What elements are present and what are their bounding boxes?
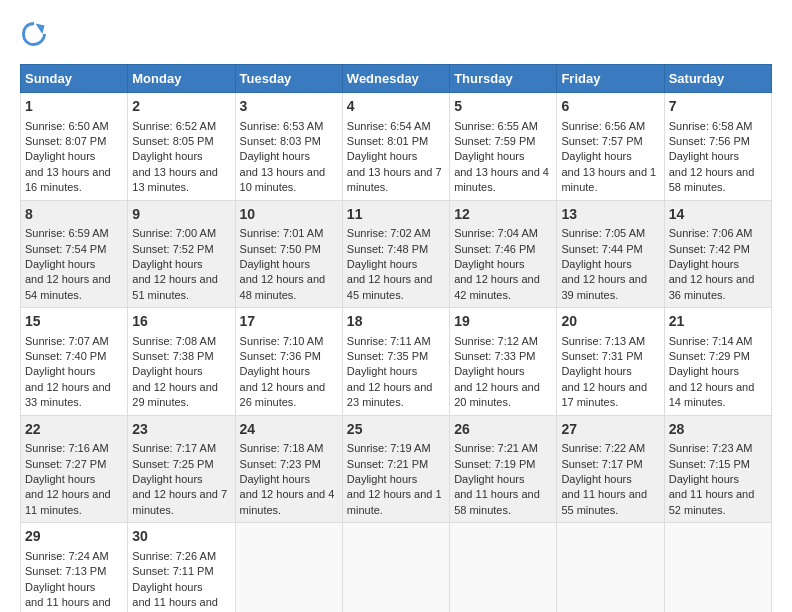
cell-text: Sunrise: 7:04 AMSunset: 7:46 PMDaylight … — [454, 227, 540, 301]
calendar-cell: 8Sunrise: 6:59 AMSunset: 7:54 PMDaylight… — [21, 200, 128, 308]
day-number: 15 — [25, 312, 123, 332]
calendar-cell: 30Sunrise: 7:26 AMSunset: 7:11 PMDayligh… — [128, 523, 235, 612]
day-number: 24 — [240, 420, 338, 440]
cell-text: Sunrise: 7:18 AMSunset: 7:23 PMDaylight … — [240, 442, 335, 516]
calendar-cell — [557, 523, 664, 612]
day-number: 18 — [347, 312, 445, 332]
col-sunday: Sunday — [21, 65, 128, 93]
calendar-cell: 21Sunrise: 7:14 AMSunset: 7:29 PMDayligh… — [664, 308, 771, 416]
col-wednesday: Wednesday — [342, 65, 449, 93]
calendar-cell: 17Sunrise: 7:10 AMSunset: 7:36 PMDayligh… — [235, 308, 342, 416]
day-number: 27 — [561, 420, 659, 440]
calendar-cell — [235, 523, 342, 612]
cell-text: Sunrise: 6:59 AMSunset: 7:54 PMDaylight … — [25, 227, 111, 301]
cell-text: Sunrise: 7:16 AMSunset: 7:27 PMDaylight … — [25, 442, 111, 516]
col-thursday: Thursday — [450, 65, 557, 93]
logo — [20, 20, 54, 48]
day-number: 19 — [454, 312, 552, 332]
day-number: 12 — [454, 205, 552, 225]
day-number: 11 — [347, 205, 445, 225]
calendar-cell: 15Sunrise: 7:07 AMSunset: 7:40 PMDayligh… — [21, 308, 128, 416]
col-saturday: Saturday — [664, 65, 771, 93]
cell-text: Sunrise: 7:00 AMSunset: 7:52 PMDaylight … — [132, 227, 218, 301]
calendar-cell — [342, 523, 449, 612]
day-number: 20 — [561, 312, 659, 332]
calendar-header-row: Sunday Monday Tuesday Wednesday Thursday… — [21, 65, 772, 93]
cell-text: Sunrise: 7:23 AMSunset: 7:15 PMDaylight … — [669, 442, 755, 516]
cell-text: Sunrise: 6:58 AMSunset: 7:56 PMDaylight … — [669, 120, 755, 194]
calendar-row: 1Sunrise: 6:50 AMSunset: 8:07 PMDaylight… — [21, 93, 772, 201]
day-number: 9 — [132, 205, 230, 225]
calendar-cell: 11Sunrise: 7:02 AMSunset: 7:48 PMDayligh… — [342, 200, 449, 308]
calendar-cell: 20Sunrise: 7:13 AMSunset: 7:31 PMDayligh… — [557, 308, 664, 416]
calendar-cell: 9Sunrise: 7:00 AMSunset: 7:52 PMDaylight… — [128, 200, 235, 308]
calendar-cell: 12Sunrise: 7:04 AMSunset: 7:46 PMDayligh… — [450, 200, 557, 308]
day-number: 23 — [132, 420, 230, 440]
cell-text: Sunrise: 7:17 AMSunset: 7:25 PMDaylight … — [132, 442, 227, 516]
day-number: 3 — [240, 97, 338, 117]
calendar-cell: 14Sunrise: 7:06 AMSunset: 7:42 PMDayligh… — [664, 200, 771, 308]
day-number: 6 — [561, 97, 659, 117]
day-number: 10 — [240, 205, 338, 225]
day-number: 1 — [25, 97, 123, 117]
day-number: 30 — [132, 527, 230, 547]
cell-text: Sunrise: 7:21 AMSunset: 7:19 PMDaylight … — [454, 442, 540, 516]
calendar-cell: 1Sunrise: 6:50 AMSunset: 8:07 PMDaylight… — [21, 93, 128, 201]
day-number: 28 — [669, 420, 767, 440]
day-number: 13 — [561, 205, 659, 225]
cell-text: Sunrise: 7:07 AMSunset: 7:40 PMDaylight … — [25, 335, 111, 409]
cell-text: Sunrise: 7:02 AMSunset: 7:48 PMDaylight … — [347, 227, 433, 301]
calendar-cell: 3Sunrise: 6:53 AMSunset: 8:03 PMDaylight… — [235, 93, 342, 201]
cell-text: Sunrise: 6:52 AMSunset: 8:05 PMDaylight … — [132, 120, 218, 194]
calendar-row: 22Sunrise: 7:16 AMSunset: 7:27 PMDayligh… — [21, 415, 772, 523]
cell-text: Sunrise: 6:53 AMSunset: 8:03 PMDaylight … — [240, 120, 326, 194]
page-header — [20, 20, 772, 48]
cell-text: Sunrise: 7:19 AMSunset: 7:21 PMDaylight … — [347, 442, 442, 516]
cell-text: Sunrise: 7:05 AMSunset: 7:44 PMDaylight … — [561, 227, 647, 301]
calendar-cell: 16Sunrise: 7:08 AMSunset: 7:38 PMDayligh… — [128, 308, 235, 416]
day-number: 29 — [25, 527, 123, 547]
calendar-cell: 5Sunrise: 6:55 AMSunset: 7:59 PMDaylight… — [450, 93, 557, 201]
cell-text: Sunrise: 7:01 AMSunset: 7:50 PMDaylight … — [240, 227, 326, 301]
day-number: 7 — [669, 97, 767, 117]
calendar-cell: 29Sunrise: 7:24 AMSunset: 7:13 PMDayligh… — [21, 523, 128, 612]
day-number: 2 — [132, 97, 230, 117]
calendar-cell: 2Sunrise: 6:52 AMSunset: 8:05 PMDaylight… — [128, 93, 235, 201]
cell-text: Sunrise: 7:11 AMSunset: 7:35 PMDaylight … — [347, 335, 433, 409]
day-number: 22 — [25, 420, 123, 440]
calendar-cell: 13Sunrise: 7:05 AMSunset: 7:44 PMDayligh… — [557, 200, 664, 308]
day-number: 17 — [240, 312, 338, 332]
col-tuesday: Tuesday — [235, 65, 342, 93]
calendar-cell: 26Sunrise: 7:21 AMSunset: 7:19 PMDayligh… — [450, 415, 557, 523]
calendar-cell — [450, 523, 557, 612]
cell-text: Sunrise: 7:13 AMSunset: 7:31 PMDaylight … — [561, 335, 647, 409]
cell-text: Sunrise: 6:54 AMSunset: 8:01 PMDaylight … — [347, 120, 442, 194]
calendar-cell: 10Sunrise: 7:01 AMSunset: 7:50 PMDayligh… — [235, 200, 342, 308]
calendar-row: 29Sunrise: 7:24 AMSunset: 7:13 PMDayligh… — [21, 523, 772, 612]
cell-text: Sunrise: 6:50 AMSunset: 8:07 PMDaylight … — [25, 120, 111, 194]
day-number: 25 — [347, 420, 445, 440]
calendar-cell: 28Sunrise: 7:23 AMSunset: 7:15 PMDayligh… — [664, 415, 771, 523]
day-number: 21 — [669, 312, 767, 332]
cell-text: Sunrise: 6:55 AMSunset: 7:59 PMDaylight … — [454, 120, 549, 194]
calendar-cell: 18Sunrise: 7:11 AMSunset: 7:35 PMDayligh… — [342, 308, 449, 416]
logo-icon — [20, 20, 48, 48]
calendar-row: 15Sunrise: 7:07 AMSunset: 7:40 PMDayligh… — [21, 308, 772, 416]
cell-text: Sunrise: 7:10 AMSunset: 7:36 PMDaylight … — [240, 335, 326, 409]
calendar-table: Sunday Monday Tuesday Wednesday Thursday… — [20, 64, 772, 612]
calendar-cell: 27Sunrise: 7:22 AMSunset: 7:17 PMDayligh… — [557, 415, 664, 523]
day-number: 8 — [25, 205, 123, 225]
calendar-cell: 25Sunrise: 7:19 AMSunset: 7:21 PMDayligh… — [342, 415, 449, 523]
calendar-cell — [664, 523, 771, 612]
col-monday: Monday — [128, 65, 235, 93]
cell-text: Sunrise: 7:08 AMSunset: 7:38 PMDaylight … — [132, 335, 218, 409]
cell-text: Sunrise: 7:14 AMSunset: 7:29 PMDaylight … — [669, 335, 755, 409]
calendar-cell: 19Sunrise: 7:12 AMSunset: 7:33 PMDayligh… — [450, 308, 557, 416]
day-number: 4 — [347, 97, 445, 117]
day-number: 5 — [454, 97, 552, 117]
calendar-cell: 24Sunrise: 7:18 AMSunset: 7:23 PMDayligh… — [235, 415, 342, 523]
day-number: 14 — [669, 205, 767, 225]
cell-text: Sunrise: 7:12 AMSunset: 7:33 PMDaylight … — [454, 335, 540, 409]
calendar-cell: 7Sunrise: 6:58 AMSunset: 7:56 PMDaylight… — [664, 93, 771, 201]
cell-text: Sunrise: 7:06 AMSunset: 7:42 PMDaylight … — [669, 227, 755, 301]
